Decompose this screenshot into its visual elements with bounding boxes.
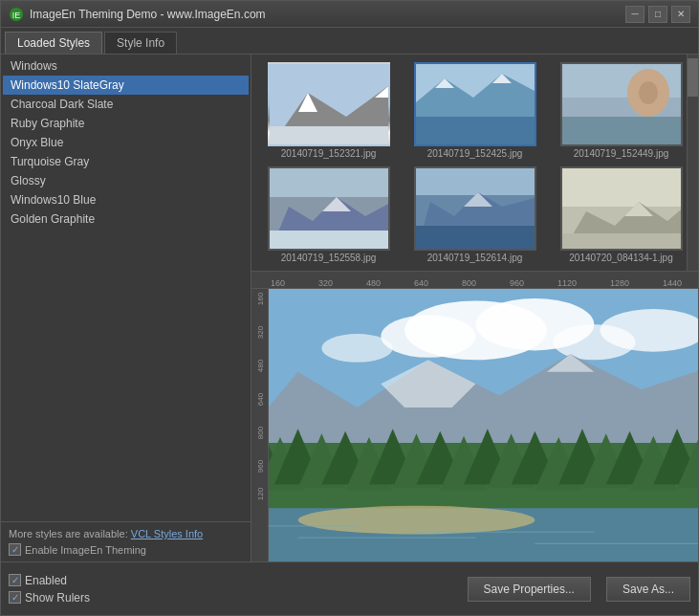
- main-landscape-svg: [269, 289, 698, 561]
- thumb-img-1: [268, 62, 390, 146]
- viewer-area: 160 320 480 640 800 960 1120 1280 1440 1…: [251, 272, 698, 561]
- svg-rect-24: [416, 168, 536, 195]
- thumb-cell-2[interactable]: 20140719_152425.jpg: [402, 58, 548, 163]
- ruler-v-container: 160 320 480 640 800 960 120: [251, 289, 698, 561]
- style-item-win10-blue[interactable]: Windows10 Blue: [3, 190, 249, 209]
- thumb-label-3: 20140719_152449.jpg: [574, 148, 669, 159]
- style-item-glossy[interactable]: Glossy: [3, 171, 249, 190]
- thumb-label-2: 20140719_152425.jpg: [427, 148, 523, 159]
- tab-style-info[interactable]: Style Info: [104, 32, 177, 54]
- tab-loaded-styles[interactable]: Loaded Styles: [5, 32, 102, 54]
- style-item-turquoise-gray[interactable]: Turquoise Gray: [3, 152, 249, 171]
- thumb-img-4: [268, 166, 390, 251]
- svg-rect-29: [562, 168, 683, 207]
- ruler-tick-960: 960: [508, 278, 556, 288]
- thumb-label-6: 20140720_084134-1.jpg: [569, 253, 672, 263]
- svg-point-35: [381, 315, 475, 358]
- vcl-styles-link[interactable]: VCL Styles Info: [131, 528, 203, 539]
- thumb-svg-5: [416, 168, 536, 251]
- style-item-onyx-blue[interactable]: Onyx Blue: [3, 133, 249, 152]
- style-item-win10-slategray[interactable]: Windows10 SlateGray: [3, 76, 249, 95]
- thumb-svg-3: [562, 64, 683, 146]
- v-tick-800: 800: [256, 427, 265, 439]
- svg-rect-16: [562, 117, 683, 146]
- thumb-cell-3[interactable]: 20140719_152449.jpg: [548, 58, 694, 163]
- v-tick-640: 640: [256, 393, 265, 406]
- main-content: Windows Windows10 SlateGray Charcoal Dar…: [1, 55, 698, 561]
- thumb-svg-1: [270, 64, 390, 146]
- ruler-tick-1440: 1440: [661, 278, 698, 288]
- ruler-tick-1280: 1280: [608, 278, 661, 288]
- left-panel: Windows Windows10 SlateGray Charcoal Dar…: [1, 55, 251, 561]
- save-as-button[interactable]: Save As...: [606, 577, 690, 602]
- save-properties-button[interactable]: Save Properties...: [468, 577, 591, 602]
- enable-row: Enable ImageEn Theming: [9, 543, 243, 556]
- ruler-tick-320: 320: [317, 278, 364, 288]
- window-controls: ─ □ ✕: [625, 6, 690, 23]
- svg-point-65: [298, 506, 535, 535]
- thumb-svg-6: [562, 168, 683, 251]
- main-window: IE ImageEn Theming Demo - www.ImageEn.co…: [0, 0, 699, 616]
- v-tick-160: 160: [256, 293, 265, 305]
- thumb-label-4: 20140719_152558.jpg: [281, 253, 377, 263]
- ruler-tick-160: 160: [269, 278, 317, 288]
- svg-rect-32: [562, 233, 683, 251]
- scrollbar-thumb: [688, 58, 698, 97]
- ruler-tick-800: 800: [460, 278, 508, 288]
- thumb-cell-4[interactable]: 20140719_152558.jpg: [255, 163, 402, 267]
- style-item-windows[interactable]: Windows: [3, 56, 249, 76]
- thumbnail-scrollbar[interactable]: [687, 55, 698, 271]
- enable-theming-checkbox[interactable]: [9, 543, 21, 556]
- svg-rect-12: [416, 117, 536, 146]
- v-tick-480: 480: [256, 360, 265, 372]
- v-tick-960: 960: [256, 460, 265, 473]
- app-icon: IE: [9, 7, 24, 22]
- checkboxes-group: Enabled Show Rulers: [9, 574, 90, 605]
- style-item-ruby-graphite[interactable]: Ruby Graphite: [3, 114, 249, 133]
- thumb-cell-6[interactable]: 20140720_084134-1.jpg: [548, 163, 694, 267]
- style-item-golden-graphite[interactable]: Golden Graphite: [3, 209, 249, 229]
- ruler-tick-480: 480: [364, 278, 412, 288]
- thumb-img-2: [414, 62, 536, 146]
- ruler-tick-1120: 1120: [556, 278, 608, 288]
- show-rulers-checkbox[interactable]: [9, 591, 21, 604]
- svg-rect-27: [416, 226, 536, 251]
- v-tick-320: 320: [256, 326, 265, 339]
- thumb-img-3: [560, 62, 683, 146]
- left-footer: More styles are available: VCL Styles In…: [1, 521, 251, 561]
- enabled-label: Enabled: [25, 574, 67, 587]
- thumb-svg-2: [416, 64, 536, 146]
- svg-rect-6: [270, 126, 390, 146]
- footer-text: More styles are available:: [9, 528, 128, 539]
- horizontal-ruler: 160 320 480 640 800 960 1120 1280 1440 1…: [251, 272, 698, 289]
- window-title: ImageEn Theming Demo - www.ImageEn.com: [30, 8, 625, 21]
- minimize-button[interactable]: ─: [625, 6, 644, 23]
- maximize-button[interactable]: □: [648, 6, 667, 23]
- thumb-label-1: 20140719_152321.jpg: [281, 148, 377, 159]
- main-image-view[interactable]: [269, 289, 698, 561]
- enable-theming-label: Enable ImageEn Theming: [25, 544, 146, 556]
- svg-text:IE: IE: [12, 11, 21, 20]
- thumb-img-5: [414, 166, 536, 251]
- tab-bar: Loaded Styles Style Info: [1, 28, 698, 55]
- style-list: Windows Windows10 SlateGray Charcoal Dar…: [1, 55, 251, 521]
- svg-rect-22: [270, 231, 390, 251]
- thumb-cell-5[interactable]: 20140719_152614.jpg: [402, 163, 548, 267]
- bottom-bar: Enabled Show Rulers Save Properties... S…: [1, 561, 698, 615]
- vertical-ruler: 160 320 480 640 800 960 120: [251, 289, 269, 561]
- svg-point-17: [639, 81, 658, 104]
- show-rulers-row: Show Rulers: [9, 591, 90, 605]
- thumb-cell-1[interactable]: 20140719_152321.jpg: [255, 58, 402, 163]
- v-tick-120: 120: [256, 488, 265, 500]
- thumb-svg-4: [270, 168, 390, 251]
- enabled-checkbox[interactable]: [9, 574, 21, 586]
- svg-point-38: [321, 334, 392, 363]
- close-button[interactable]: ✕: [671, 6, 690, 23]
- thumb-img-6: [560, 166, 683, 251]
- ruler-tick-640: 640: [412, 278, 460, 288]
- show-rulers-label: Show Rulers: [25, 591, 90, 605]
- right-panel: 20140719_152321.jpg 20140719_1524: [251, 55, 698, 561]
- enabled-row: Enabled: [9, 574, 90, 587]
- title-bar: IE ImageEn Theming Demo - www.ImageEn.co…: [1, 1, 698, 28]
- style-item-charcoal-dark[interactable]: Charcoal Dark Slate: [3, 95, 249, 114]
